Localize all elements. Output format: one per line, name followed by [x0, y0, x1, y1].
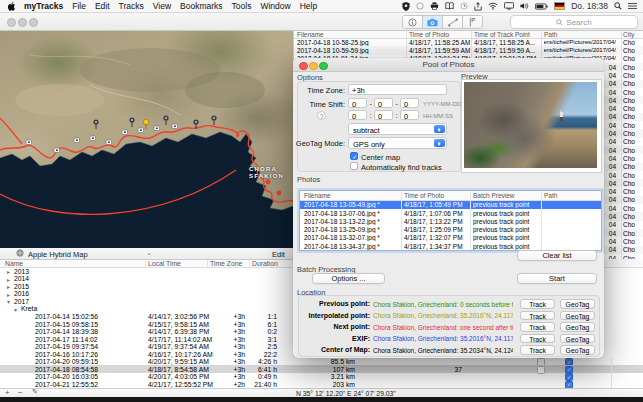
remove-track-button[interactable]: −: [18, 388, 23, 397]
menu-tracks[interactable]: Tracks: [119, 1, 144, 11]
add-track-button[interactable]: +: [5, 388, 10, 397]
col-city[interactable]: City: [623, 31, 634, 38]
track-button[interactable]: Track: [520, 311, 555, 321]
share-icon[interactable]: [474, 2, 482, 11]
track-button[interactable]: Track: [520, 334, 555, 344]
col-time-of-track-point[interactable]: Time of Track Point: [474, 31, 530, 38]
track-row[interactable]: 2017-04-20 16:03:054/20/17, 4:03:05 PM+3…: [0, 373, 643, 381]
cell-name: 2014: [14, 275, 29, 282]
col-path[interactable]: Path: [544, 192, 557, 199]
info-circle-icon[interactable]: [403, 16, 423, 28]
col-time-of-photo[interactable]: Time of Photo: [409, 31, 449, 38]
map-canvas[interactable]: CHORASFAKION Legal: [0, 30, 293, 248]
app-menu-title[interactable]: myTracks: [24, 1, 63, 11]
start-button[interactable]: Start: [517, 273, 597, 284]
apple-menu-icon[interactable]: [8, 2, 16, 11]
spotlight-icon[interactable]: [614, 2, 622, 10]
screen: myTracks FileEditTracksViewBookmarksTool…: [0, 0, 643, 402]
col-filename[interactable]: Filename: [297, 31, 324, 38]
menu-bookmarks[interactable]: Bookmarks: [180, 1, 223, 11]
dialog-photo-row[interactable]: 2017-04-18 13-07-06.jpg *4/18/17, 1:07:0…: [300, 209, 601, 217]
col-time-zone[interactable]: Time Zone: [210, 260, 242, 267]
camera-icon[interactable]: [423, 16, 443, 28]
dialog-photo-row[interactable]: 2017-04-18 13-32-07.jpg *4/18/17, 1:32:0…: [300, 234, 601, 242]
track-row[interactable]: 2017-04-18 08:54:584/18/17, 8:54:58 AM+3…: [0, 365, 643, 373]
auto-find-tracks-checkbox[interactable]: [350, 162, 358, 170]
photo-pool-row[interactable]: 2017-04-18 10-58-25.jpg4/18/17, 11:58:25…: [294, 38, 643, 46]
window-minimize-button[interactable]: [18, 18, 27, 27]
dialog-titlebar[interactable]: Pool of Photos: [293, 58, 604, 72]
help-button[interactable]: ?: [317, 111, 326, 120]
chevron-down-icon[interactable]: ⌄: [146, 249, 152, 257]
dialog-photo-row[interactable]: 2017-04-18 13-13-22.jpg *4/18/17, 1:13:2…: [300, 217, 601, 225]
menu-view[interactable]: View: [153, 1, 171, 11]
cell-time-of-track-point: 4/18/17, 11:59:59 A...: [474, 47, 540, 54]
window-close-button[interactable]: [7, 18, 16, 27]
flag-p-icon[interactable]: P: [463, 16, 482, 28]
geotag-button[interactable]: GeoTag: [560, 345, 595, 355]
battery-icon[interactable]: [535, 3, 548, 10]
shift-second-field[interactable]: 0: [400, 110, 419, 120]
menu-window[interactable]: Window: [260, 1, 290, 11]
col-batch-preview[interactable]: Batch Preview: [473, 192, 515, 199]
col-name[interactable]: Name: [5, 260, 23, 267]
col-local-time[interactable]: Local Time: [148, 260, 181, 267]
shift-hour-field[interactable]: 0: [348, 110, 367, 120]
clear-list-button[interactable]: Clear list: [517, 250, 597, 261]
dialog-photo-row[interactable]: 2017-04-18 13-25-09.jpg *4/18/17, 1:25:0…: [300, 225, 601, 233]
geotag-button[interactable]: GeoTag: [560, 311, 595, 321]
track-row[interactable]: 2017-04-21 12:55:524/21/17, 12:55:52 PM+…: [0, 380, 643, 388]
col-duration[interactable]: Duration: [252, 260, 278, 267]
keyboard-layout-de-flag[interactable]: [554, 2, 565, 10]
track-button[interactable]: Track: [520, 299, 555, 309]
printer-icon[interactable]: [430, 2, 439, 10]
cell-path-tail: 04: [605, 97, 616, 104]
shift-day-field[interactable]: 0: [400, 98, 419, 108]
pencil-icon[interactable]: ✎: [32, 388, 38, 396]
map-provider-select[interactable]: Apple Hybrid Map: [28, 250, 88, 259]
clock-icon[interactable]: [460, 2, 468, 10]
menu-file[interactable]: File: [72, 1, 86, 11]
location-row-value: Chora Sfakion, Griechenland: 35.2016°N, …: [373, 312, 513, 319]
search-input[interactable]: Search: [510, 15, 638, 29]
col-path[interactable]: Path: [544, 31, 557, 38]
row-visible-checkbox[interactable]: [565, 381, 573, 388]
track-button[interactable]: Track: [520, 345, 555, 355]
time-zone-field[interactable]: +3h: [348, 84, 447, 95]
geotag-button[interactable]: GeoTag: [560, 299, 595, 309]
notification-center-icon[interactable]: [628, 2, 637, 10]
map-edit-button[interactable]: Edit: [272, 250, 285, 259]
batch-options-button[interactable]: Options ...: [312, 273, 385, 284]
dot-circle-icon[interactable]: [416, 2, 424, 10]
display-icon[interactable]: [504, 2, 514, 10]
shift-mode-dropdown[interactable]: subtract: [348, 123, 447, 135]
col-filename[interactable]: Filename: [304, 192, 331, 199]
shift-year-field[interactable]: 0: [348, 98, 367, 108]
geotag-button[interactable]: GeoTag: [560, 334, 595, 344]
cell-duration: 0:49 h: [222, 373, 277, 380]
dialog-photo-row[interactable]: 2017-04-18 13-05-49.jpg *4/18/17, 1:05:4…: [300, 201, 601, 209]
geotag-button[interactable]: GeoTag: [560, 322, 595, 332]
col-time-of-photo[interactable]: Time of Photo: [404, 192, 444, 199]
cell-duration: 1:1: [222, 313, 277, 320]
wifi-icon[interactable]: [488, 2, 498, 10]
shield-icon[interactable]: [402, 2, 410, 11]
center-map-checkbox[interactable]: [350, 152, 358, 160]
cell-name: 2017-04-19 09:37:54: [35, 343, 98, 350]
menu-help[interactable]: Help: [300, 1, 317, 11]
menubar-clock[interactable]: Do. 18:38: [571, 1, 608, 11]
menu-bar: myTracks FileEditTracksViewBookmarksTool…: [0, 0, 643, 13]
menu-edit[interactable]: Edit: [95, 1, 110, 11]
track-path-icon[interactable]: [443, 16, 463, 28]
window-zoom-button[interactable]: [29, 18, 38, 27]
menu-tools[interactable]: Tools: [232, 1, 252, 11]
photo-pool-row[interactable]: 2017-04-18 10-59-59.jpg4/18/17, 11:59:59…: [294, 46, 643, 54]
book-icon[interactable]: [445, 2, 454, 10]
volume-icon[interactable]: [520, 2, 529, 10]
shift-minute-field[interactable]: 0: [374, 110, 393, 120]
shift-month-field[interactable]: 0: [374, 98, 393, 108]
track-row[interactable]: 2017-04-20 09:59:154/20/17, 9:59:15 AM+3…: [0, 358, 643, 366]
geotag-mode-dropdown[interactable]: GPS only: [348, 137, 447, 149]
cell-duration: 4:26 h: [222, 358, 277, 365]
track-button[interactable]: Track: [520, 322, 555, 332]
